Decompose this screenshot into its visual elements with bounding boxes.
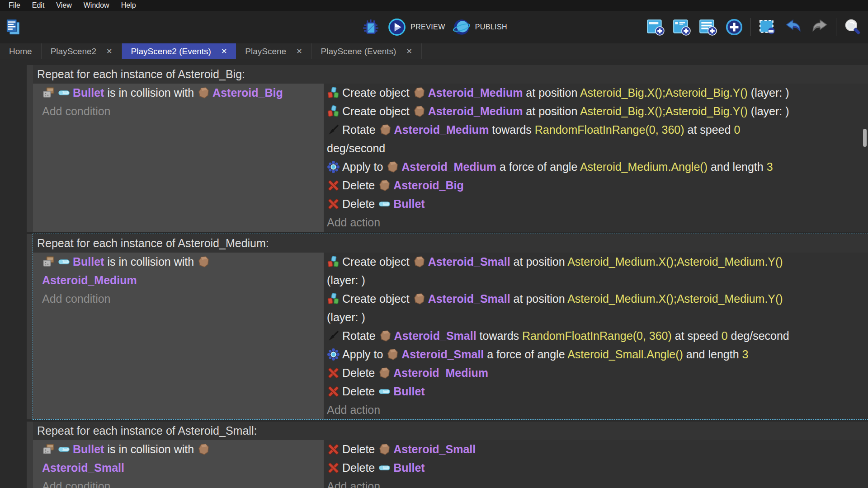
menu-edit[interactable]: Edit	[26, 0, 51, 11]
preview-button[interactable]: PREVIEW	[387, 17, 445, 37]
event-header[interactable]: Repeat for each instance of Asteroid_Big…	[33, 65, 868, 84]
preview-icon	[387, 17, 407, 37]
delete-icon	[327, 197, 340, 211]
apply-force-icon	[327, 160, 340, 174]
event-drag-handle[interactable]	[27, 65, 33, 232]
tab-playscene2-events-[interactable]: PlayScene2 (Events)✕	[122, 43, 236, 59]
collision-icon	[42, 255, 55, 268]
delete-icon	[327, 385, 340, 398]
instruction-text: Delete	[342, 197, 378, 210]
event-main: Repeat for each instance of Asteroid_Med…	[33, 234, 868, 419]
add-condition-button[interactable]: Add condition	[42, 290, 324, 308]
publish-label: PUBLISH	[475, 23, 507, 31]
expression: Asteroid_Big.X();Asteroid_Big.Y()	[580, 86, 748, 99]
object-name: Asteroid_Small	[428, 292, 510, 305]
add-event-icon[interactable]	[646, 17, 665, 37]
object-name: Asteroid_Medium	[42, 274, 137, 286]
tab-playscene2[interactable]: PlayScene2✕	[42, 43, 122, 59]
action-row[interactable]: Delete Asteroid_Small	[327, 440, 868, 459]
tab-label: PlayScene2 (Events)	[131, 47, 211, 56]
redo-icon[interactable]	[810, 17, 830, 37]
instruction-line: Delete Bullet	[327, 459, 868, 477]
object-name: Asteroid_Medium	[393, 366, 488, 379]
instruction-line: Rotate Asteroid_Small towards RandomFloa…	[327, 327, 868, 345]
event-header[interactable]: Repeat for each instance of Asteroid_Sma…	[33, 422, 868, 440]
action-row[interactable]: Delete Bullet	[327, 195, 868, 213]
preview-label: PREVIEW	[410, 23, 445, 31]
object-name: Bullet	[73, 86, 104, 99]
action-row[interactable]: Delete Bullet	[327, 459, 868, 477]
close-icon[interactable]: ✕	[221, 47, 227, 56]
selection-icon[interactable]	[757, 17, 777, 37]
action-row[interactable]: Create object Asteroid_Small at position…	[327, 290, 868, 327]
menu-file[interactable]: File	[3, 0, 26, 11]
rotate-icon	[327, 123, 340, 136]
collision-icon	[42, 443, 55, 456]
event-main: Repeat for each instance of Asteroid_Sma…	[33, 422, 868, 488]
instruction-text: Create object	[342, 86, 413, 99]
menu-window[interactable]: Window	[78, 0, 115, 11]
close-icon[interactable]: ✕	[406, 47, 412, 56]
menu-help[interactable]: Help	[115, 0, 142, 11]
tab-home[interactable]: Home	[0, 43, 42, 59]
action-row[interactable]: Delete Bullet	[327, 382, 868, 401]
add-circle-icon[interactable]	[724, 17, 744, 37]
collision-icon	[42, 86, 55, 99]
scrollbar-thumb[interactable]	[863, 129, 867, 147]
instruction-line: Delete Asteroid_Small	[327, 440, 868, 459]
action-row[interactable]: Delete Asteroid_Big	[327, 176, 868, 195]
object-name: Asteroid_Big	[212, 86, 283, 99]
search-icon[interactable]	[843, 17, 863, 37]
instruction-line: (layer: )	[327, 271, 868, 290]
actions-panel: Delete Asteroid_SmallDelete BulletAdd ac…	[324, 440, 868, 488]
expression: Asteroid_Small.Angle()	[567, 348, 683, 361]
instruction-text: Delete	[342, 385, 378, 398]
action-row[interactable]: Apply to Asteroid_Medium a force of angl…	[327, 158, 868, 176]
action-row[interactable]: Rotate Asteroid_Small towards RandomFloa…	[327, 327, 868, 345]
add-subevent-icon[interactable]	[672, 17, 692, 37]
condition-row[interactable]: Bullet is in collision with Asteroid_Med…	[42, 253, 324, 290]
menu-view[interactable]: View	[50, 0, 77, 11]
project-manager-icon[interactable]	[4, 17, 24, 37]
object-name: Asteroid_Medium	[428, 105, 523, 117]
add-comment-icon[interactable]	[698, 17, 718, 37]
instruction-text: Create object	[342, 255, 413, 268]
expression: 3	[767, 160, 773, 173]
event-header[interactable]: Repeat for each instance of Asteroid_Med…	[33, 234, 868, 253]
tab-playscene[interactable]: PlayScene✕	[236, 43, 311, 59]
object-name: Asteroid_Medium	[394, 123, 489, 136]
delete-icon	[327, 461, 340, 474]
add-action-button[interactable]: Add action	[327, 401, 868, 419]
event-drag-handle[interactable]	[27, 422, 33, 488]
object-name: Asteroid_Small	[42, 461, 124, 474]
action-row[interactable]: Create object Asteroid_Small at position…	[327, 253, 868, 290]
expression: 3	[742, 348, 749, 361]
object-name: Asteroid_Small	[428, 255, 510, 268]
tab-playscene-events-[interactable]: PlayScene (Events)✕	[312, 43, 422, 59]
condition-row[interactable]: Bullet is in collision with Asteroid_Big	[42, 84, 324, 102]
instruction-text: (layer: )	[327, 274, 365, 286]
action-row[interactable]: Create object Asteroid_Medium at positio…	[327, 84, 868, 102]
close-icon[interactable]: ✕	[296, 47, 302, 56]
action-row[interactable]: Create object Asteroid_Medium at positio…	[327, 102, 868, 121]
add-condition-button[interactable]: Add condition	[42, 102, 324, 121]
instruction-line: Delete Bullet	[327, 382, 868, 401]
action-row[interactable]: Apply to Asteroid_Small a force of angle…	[327, 345, 868, 364]
close-icon[interactable]: ✕	[106, 47, 112, 56]
condition-row[interactable]: Bullet is in collision with Asteroid_Sma…	[42, 440, 324, 477]
publish-button[interactable]: PUBLISH	[452, 17, 507, 37]
action-row[interactable]: Rotate Asteroid_Medium towards RandomFlo…	[327, 121, 868, 158]
object-name: Asteroid_Small	[394, 329, 476, 342]
instruction-line: Delete Asteroid_Medium	[327, 364, 868, 382]
object-name: Asteroid_Medium	[428, 86, 523, 99]
instruction-text: Rotate	[342, 123, 379, 136]
instruction-text: Delete	[342, 461, 378, 474]
add-action-button[interactable]: Add action	[327, 477, 868, 488]
add-action-button[interactable]: Add action	[327, 213, 868, 232]
undo-icon[interactable]	[783, 17, 803, 37]
event-drag-handle[interactable]	[27, 234, 33, 419]
action-row[interactable]: Delete Asteroid_Medium	[327, 364, 868, 382]
debug-icon[interactable]	[361, 17, 381, 37]
add-condition-button[interactable]: Add condition	[42, 477, 324, 488]
instruction-text: (layer: )	[748, 86, 789, 99]
